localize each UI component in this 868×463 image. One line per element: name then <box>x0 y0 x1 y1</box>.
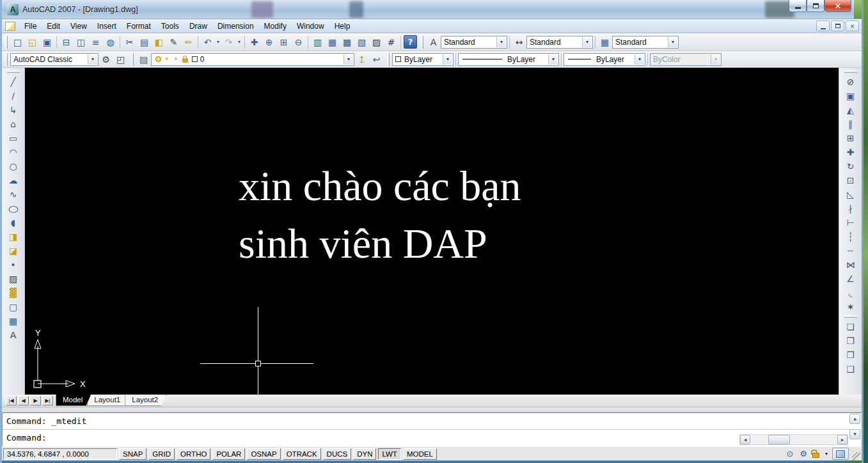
grid-toggle[interactable]: GRID <box>148 448 175 460</box>
array-icon[interactable]: ⊞ <box>843 131 858 145</box>
combo-arrow-icon[interactable]: ▾ <box>343 54 353 65</box>
layer-vp-freeze-icon[interactable]: ☀ <box>173 56 179 63</box>
dyn-toggle[interactable]: DYN <box>353 448 376 460</box>
send-to-back-icon[interactable]: ❒ <box>843 334 858 348</box>
command-input-line[interactable]: Command: <box>3 430 861 446</box>
publish-icon[interactable]: ≡ <box>89 35 102 49</box>
cut-icon[interactable]: ✂ <box>123 35 136 49</box>
toolbar-grip[interactable] <box>844 315 857 318</box>
layer-lock-icon[interactable] <box>182 58 188 63</box>
otrack-toggle[interactable]: OTRACK <box>283 448 321 460</box>
combo-arrow-icon[interactable]: ▾ <box>635 54 644 65</box>
menu-help[interactable]: Help <box>329 20 356 33</box>
ducs-toggle[interactable]: DUCS <box>323 448 352 460</box>
scroll-down-icon[interactable]: ▼ <box>849 429 860 439</box>
arc-icon[interactable]: ◠ <box>6 145 21 159</box>
rotate-icon[interactable]: ↻ <box>843 159 858 173</box>
break-at-point-icon[interactable]: ┆ <box>843 230 858 244</box>
spline-icon[interactable]: ∿ <box>6 187 21 201</box>
my-workspace-icon[interactable]: ◰ <box>114 52 127 66</box>
clean-screen-button[interactable] <box>832 448 849 460</box>
zoom-realtime-icon[interactable]: ⊕ <box>262 35 276 49</box>
trim-icon[interactable]: ∤ <box>843 201 858 216</box>
mirror-icon[interactable]: ◭ <box>843 103 858 117</box>
osnap-toggle[interactable]: OSNAP <box>247 448 280 460</box>
scroll-right-icon[interactable]: ▶ <box>837 435 848 444</box>
make-object-layer-current-icon[interactable]: ↥ <box>355 52 368 66</box>
tray-dropdown-icon[interactable]: ▾ <box>825 451 828 457</box>
menu-dimension[interactable]: Dimension <box>212 20 259 33</box>
ellipse-icon[interactable]: ○ <box>3 201 23 216</box>
redo-dropdown-icon[interactable]: ▾ <box>236 35 242 49</box>
linetype-combo[interactable]: ByLayer ▾ <box>458 53 559 66</box>
layer-properties-manager-icon[interactable]: ▤ <box>137 52 150 66</box>
bring-above-objects-icon[interactable]: ❐ <box>843 348 858 362</box>
erase-icon[interactable]: ⊘ <box>843 75 858 89</box>
redo-icon[interactable]: ↷ <box>222 35 235 49</box>
bring-to-front-icon[interactable]: ❏ <box>843 320 858 334</box>
lwt-toggle[interactable]: LWT <box>378 448 400 460</box>
block-editor-icon[interactable]: ✏ <box>182 35 195 49</box>
close-button[interactable]: ✕ <box>825 0 851 12</box>
undo-dropdown-icon[interactable]: ▾ <box>215 35 221 49</box>
open-file-icon[interactable]: ◱ <box>26 35 39 49</box>
menu-insert[interactable]: Insert <box>92 20 122 33</box>
menu-file[interactable]: File <box>19 20 42 33</box>
layer-freeze-sun-icon[interactable]: ☀ <box>164 56 170 63</box>
doc-close-button[interactable]: × <box>846 20 859 31</box>
tab-layout2[interactable]: Layout2 <box>125 395 166 406</box>
undo-icon[interactable]: ↶ <box>201 35 214 49</box>
menu-edit[interactable]: Edit <box>42 20 65 33</box>
layer-color-swatch[interactable] <box>192 56 198 62</box>
chamfer-icon[interactable]: ∠ <box>843 272 858 286</box>
tab-model[interactable]: Model <box>56 395 91 406</box>
polygon-icon[interactable]: ⌂ <box>6 117 21 131</box>
rectangle-icon[interactable]: ▭ <box>6 131 21 145</box>
text-style-combo[interactable]: Standard ▾ <box>441 36 507 49</box>
zoom-window-icon[interactable]: ⊞ <box>277 35 290 49</box>
match-properties-icon[interactable]: ✎ <box>167 35 180 49</box>
dim-style-icon[interactable]: ↔ <box>512 35 526 49</box>
text-style-icon[interactable]: A <box>427 35 440 49</box>
snap-toggle[interactable]: SNAP <box>119 448 146 460</box>
toolbar-grip[interactable] <box>387 53 390 66</box>
explode-icon[interactable]: ✶ <box>843 300 858 314</box>
join-icon[interactable]: ⋈ <box>843 258 858 272</box>
table-icon[interactable]: ▦ <box>6 314 21 328</box>
properties-palette-icon[interactable]: ▥ <box>311 35 324 49</box>
scrollbar-thumb[interactable] <box>768 435 790 444</box>
command-horizontal-scrollbar[interactable]: ◀ ▶ <box>739 434 848 445</box>
command-window-splitter[interactable] <box>2 407 862 412</box>
restore-button[interactable] <box>807 0 825 12</box>
autocad-app-icon[interactable]: A <box>7 4 19 15</box>
combo-arrow-icon[interactable]: ▾ <box>496 37 506 47</box>
toolbar-grip[interactable] <box>5 53 8 66</box>
hatch-icon[interactable]: ▨ <box>6 272 21 286</box>
tab-prev-button[interactable]: ◀ <box>18 396 29 405</box>
toolbar-grip[interactable] <box>131 53 134 66</box>
layer-on-bulb-icon[interactable] <box>155 56 161 62</box>
insert-block-icon[interactable]: ◨ <box>6 230 21 244</box>
sheet-set-manager-icon[interactable]: ▧ <box>355 35 368 49</box>
ortho-toggle[interactable]: ORTHO <box>177 448 210 460</box>
3d-dwf-icon[interactable]: ◍ <box>104 35 117 49</box>
tab-layout1[interactable]: Layout1 <box>87 395 129 406</box>
tab-first-button[interactable]: |◀ <box>6 396 17 405</box>
toolbar-lock-icon[interactable] <box>812 453 819 458</box>
menu-window[interactable]: Window <box>292 20 329 33</box>
fillet-icon[interactable]: ◟ <box>843 286 858 300</box>
workspace-settings-icon[interactable]: ⚙ <box>99 52 113 66</box>
ellipse-arc-icon[interactable]: ◖ <box>6 216 21 230</box>
tab-last-button[interactable]: ▶| <box>42 396 53 405</box>
polyline-icon[interactable]: ↳ <box>6 103 21 117</box>
stretch-icon[interactable]: ◺ <box>843 187 858 201</box>
menu-draw[interactable]: Draw <box>184 20 212 33</box>
markup-set-manager-icon[interactable]: ▨ <box>370 35 383 49</box>
new-file-icon[interactable]: □ <box>11 35 24 49</box>
table-style-combo[interactable]: Standard ▾ <box>612 36 679 49</box>
toolbar-grip[interactable] <box>421 36 423 49</box>
coordinate-display[interactable]: 34.5376, 4.6847 , 0.0000 <box>3 448 117 460</box>
line-icon[interactable]: ╱ <box>6 75 21 89</box>
doc-minimize-button[interactable] <box>816 20 830 31</box>
revision-cloud-icon[interactable]: ☁ <box>6 173 21 187</box>
